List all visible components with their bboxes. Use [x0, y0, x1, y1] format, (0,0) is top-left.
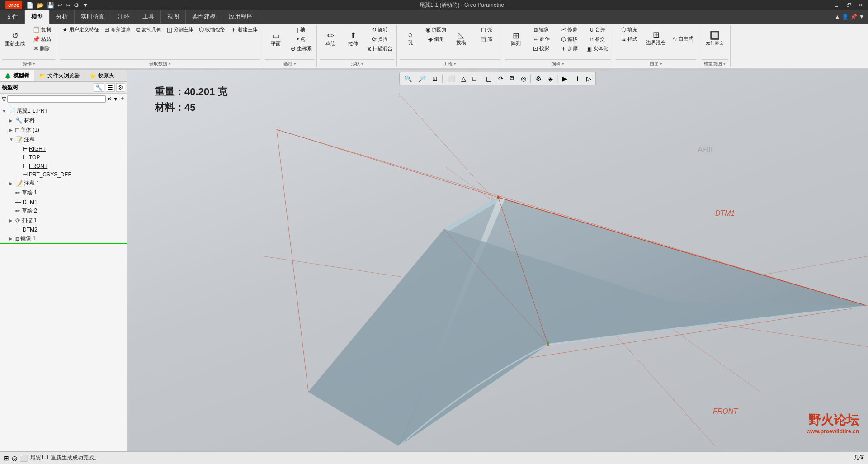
- thicken-button[interactable]: ＋加厚: [556, 44, 583, 53]
- tab-flex[interactable]: 柔性建模: [186, 10, 222, 24]
- tab-tools[interactable]: 工具: [136, 10, 161, 24]
- hole-button[interactable]: ○ 孔: [400, 25, 421, 52]
- search-dropdown-icon[interactable]: ▼: [113, 96, 118, 102]
- extrude-button[interactable]: ⬆ 拉伸: [342, 25, 364, 53]
- draft-button[interactable]: ◺ 拔模: [450, 25, 472, 52]
- settings-icon[interactable]: ⚙: [73, 2, 80, 9]
- tab-annotation[interactable]: 注释: [111, 10, 136, 24]
- offset-button[interactable]: ⬡偏移: [556, 35, 583, 43]
- tree-view-icon[interactable]: ☰: [106, 83, 115, 92]
- redo-icon[interactable]: ↪: [65, 2, 71, 9]
- plane-button[interactable]: ▭ 平面: [265, 25, 287, 53]
- expand-icon[interactable]: ▼: [2, 109, 8, 114]
- restore-button[interactable]: 🗗: [844, 2, 853, 8]
- project-button[interactable]: ⊡投影: [528, 44, 555, 53]
- status-icon-2[interactable]: ◎: [12, 455, 17, 462]
- chamfer-button[interactable]: ◈倒角: [422, 35, 449, 43]
- sketch-button[interactable]: ✏ 草绘: [320, 25, 341, 53]
- tree-item-sweep1[interactable]: ▶ ⟳ 扫描 1: [0, 216, 127, 225]
- tab-analysis[interactable]: 分析: [50, 10, 75, 24]
- tree-item-material[interactable]: ▶ 🔧 材料: [0, 116, 127, 125]
- status-icon-3[interactable]: ⬜: [20, 455, 28, 462]
- tree-item-body[interactable]: ▶ □ 主体 (1): [0, 125, 127, 135]
- viewport[interactable]: 🔍 🔎 ⊡ ⬜ △ □ ◫ ⟳ ⧉ ◎ ⚙ ◈ ▶ ⏸ ▷ 重量：40.201 …: [127, 70, 868, 451]
- paste-button[interactable]: 📌粘贴: [28, 35, 55, 43]
- delete-button[interactable]: ✕删除: [28, 44, 55, 53]
- freestyle-button[interactable]: ∿自由式: [669, 25, 696, 52]
- tree-item-top[interactable]: ⊢ TOP: [0, 153, 127, 161]
- user-feature-button[interactable]: ★用户定义特征: [60, 25, 101, 34]
- style-button[interactable]: ≋样式: [616, 35, 643, 43]
- new-body-button[interactable]: ＋新建主体: [228, 25, 260, 34]
- blend-button[interactable]: ⧖扫描混合: [365, 44, 395, 53]
- axis-button[interactable]: |轴: [288, 25, 315, 34]
- undo-icon[interactable]: ↩: [57, 2, 63, 9]
- tree-item-annotation[interactable]: ▼ 📝 注释: [0, 135, 127, 144]
- fill-button[interactable]: ⬡填充: [616, 25, 643, 34]
- tab-file[interactable]: 文件: [0, 10, 25, 24]
- tab-apps[interactable]: 应用程序: [222, 10, 259, 24]
- new-file-icon[interactable]: 📄: [25, 2, 34, 9]
- status-icon-1[interactable]: ⊞: [4, 455, 9, 462]
- panel-tab-model-tree[interactable]: 🌲 模型树: [0, 70, 34, 81]
- split-body-button[interactable]: ◫分割主体: [165, 25, 196, 34]
- intersect-button[interactable]: ∩相交: [584, 35, 611, 43]
- save-icon[interactable]: 💾: [46, 2, 55, 9]
- tree-item-sketch2[interactable]: ✏ 草绘 2: [0, 206, 127, 216]
- solidify-button[interactable]: ▣实体化: [584, 44, 611, 53]
- shrinkwrap-button[interactable]: ⬡收缩包络: [197, 25, 227, 34]
- pattern-button[interactable]: ⊞ 阵列: [505, 25, 527, 53]
- tree-item-dtm2[interactable]: — DTM2: [0, 225, 127, 234]
- tree-item-sketch1[interactable]: ✏ 草绘 1: [0, 188, 127, 198]
- tree-add-icon[interactable]: ⚙: [116, 83, 125, 92]
- tree-item-front[interactable]: ⊢ FRONT: [0, 161, 127, 170]
- tab-simulation[interactable]: 实时仿真: [75, 10, 111, 24]
- boolean-button[interactable]: ⊞布尔运算: [102, 25, 133, 34]
- panel-tab-favorites[interactable]: ⭐ 收藏夹: [85, 70, 119, 81]
- point-button[interactable]: •点: [288, 35, 315, 43]
- expand-icon[interactable]: ▶: [9, 181, 15, 186]
- tree-item-csys[interactable]: ⊣ PRT_CSYS_DEF: [0, 170, 127, 179]
- pin-icon[interactable]: 📌: [850, 14, 857, 20]
- extend-button[interactable]: ↔延伸: [528, 35, 555, 43]
- tab-view[interactable]: 视图: [161, 10, 186, 24]
- tree-item-dtm1[interactable]: — DTM1: [0, 198, 127, 206]
- shell-button[interactable]: ◻壳: [473, 25, 500, 34]
- tree-settings-icon[interactable]: 🔧: [94, 83, 104, 92]
- round-button[interactable]: ◉倒圆角: [422, 25, 449, 34]
- open-file-icon[interactable]: 📂: [36, 2, 45, 9]
- sweep-button[interactable]: ⟳扫描: [365, 35, 395, 43]
- minimize-button[interactable]: 🗕: [832, 2, 841, 8]
- tab-model[interactable]: 模型: [25, 10, 50, 24]
- tree-search-input[interactable]: [7, 95, 106, 103]
- expand-icon[interactable]: ▶: [9, 128, 15, 133]
- user-icon[interactable]: 👤: [842, 14, 849, 20]
- tree-item-mirror1[interactable]: ▶ ⧈ 镜像 1: [0, 234, 127, 244]
- panel-tab-folder-browser[interactable]: 📁 文件夹浏览器: [34, 70, 85, 81]
- boundary-blend-button[interactable]: ⊞ 边界混合: [644, 25, 668, 52]
- regenerate-button[interactable]: ↺ 重新生成: [3, 25, 27, 53]
- rib-button[interactable]: ▤筋: [473, 35, 500, 43]
- search-clear-icon[interactable]: ✕: [107, 96, 112, 102]
- component-interface-button[interactable]: 🔲 元件界面: [701, 25, 728, 52]
- copy-button[interactable]: 📋复制: [28, 25, 55, 34]
- merge-button[interactable]: ∪合并: [584, 25, 611, 34]
- expand-icon[interactable]: ▶: [9, 218, 15, 223]
- expand-icon[interactable]: ▶: [9, 236, 15, 241]
- close-button[interactable]: ✕: [857, 2, 864, 8]
- ribbon-expand-icon[interactable]: ▼: [859, 14, 864, 20]
- expand-icon[interactable]: ▶: [9, 118, 15, 123]
- expand-icon[interactable]: ▼: [9, 137, 15, 142]
- csys-button[interactable]: ⊕坐标系: [288, 44, 315, 53]
- tree-add-item-icon[interactable]: ＋: [120, 95, 125, 103]
- tree-item-right[interactable]: ⊢ RIGHT: [0, 144, 127, 153]
- revolve-button[interactable]: ↻旋转: [365, 25, 395, 34]
- tree-item-part[interactable]: ▼ 📄 尾翼1-1.PRT: [0, 106, 127, 116]
- expand-icon[interactable]: ▼: [81, 2, 89, 9]
- window-controls[interactable]: 🗕 🗗 ✕: [832, 2, 864, 8]
- trim-button[interactable]: ✂修剪: [556, 25, 583, 34]
- mirror-button[interactable]: ⧈镜像: [528, 25, 555, 34]
- help-icon[interactable]: ▲: [835, 14, 840, 20]
- copy-geom-button[interactable]: ⧉复制几何: [134, 25, 164, 34]
- tree-item-annotation1[interactable]: ▶ 📝 注释 1: [0, 179, 127, 188]
